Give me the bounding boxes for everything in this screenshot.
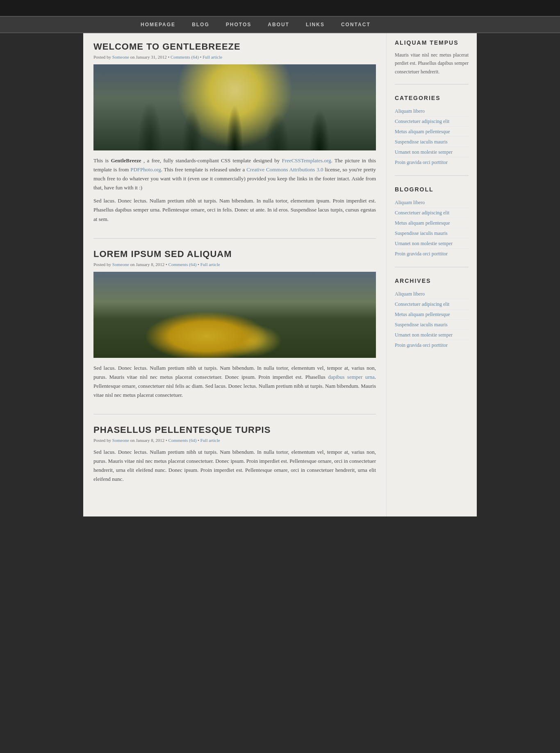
- list-item: Aliquam libero: [395, 106, 469, 116]
- freecss-link[interactable]: FreeCSSTemplates.org: [282, 157, 331, 164]
- list-item: Urnanet non molestie semper: [395, 330, 469, 340]
- sidebar-archives-item-1[interactable]: Consectetuer adipiscing elit: [395, 301, 449, 307]
- article-comments-link[interactable]: Comments (64): [171, 55, 199, 59]
- sidebar-blogroll-list: Aliquam liberoConsectetuer adipiscing el…: [395, 198, 469, 259]
- main-content: WELCOME TO GENTLEBREEZEPosted by Someone…: [83, 33, 387, 516]
- article-full-link[interactable]: Full article: [200, 438, 220, 443]
- list-item: Proin gravida orci porttitor: [395, 249, 469, 259]
- sidebar-archives-item-2[interactable]: Metus aliquam pellentesque: [395, 312, 450, 317]
- sidebar: ALIQUAM TEMPUSMauris vitae nisl nec metu…: [387, 33, 477, 516]
- nav-item-about[interactable]: ABOUT: [260, 17, 298, 32]
- list-item: Consectetuer adipiscing elit: [395, 299, 469, 309]
- dapibus-link[interactable]: dapibus semper urna: [328, 374, 375, 380]
- article-meta-2: Posted by Someone on January 8, 2012 • C…: [93, 438, 376, 443]
- sidebar-categories-item-5[interactable]: Proin gravida orci porttitor: [395, 159, 448, 165]
- article-author-link[interactable]: Someone: [112, 262, 129, 267]
- list-item: Metus aliquam pellentesque: [395, 127, 469, 137]
- article-full-link[interactable]: Full article: [203, 55, 222, 59]
- cc-link[interactable]: Creative Commons Attributions 3.0: [246, 166, 323, 173]
- sidebar-categories-item-4[interactable]: Urnanet non molestie semper: [395, 149, 453, 155]
- article-2: PHASELLUS PELLENTESQUE TURPISPosted by S…: [93, 425, 376, 498]
- article-author-link[interactable]: Someone: [112, 55, 129, 59]
- main-wrapper: WELCOME TO GENTLEBREEZEPosted by Someone…: [83, 33, 477, 516]
- sidebar-blogroll-title: BLOGROLL: [395, 186, 469, 193]
- article-title-1: LOREM IPSUM SED ALIQUAM: [93, 249, 376, 259]
- article-full-link[interactable]: Full article: [200, 262, 220, 267]
- list-item: Urnanet non molestie semper: [395, 147, 469, 157]
- list-item: Urnanet non molestie semper: [395, 239, 469, 249]
- article-title-2: PHASELLUS PELLENTESQUE TURPIS: [93, 425, 376, 435]
- article-meta-0: Posted by Someone on January 31, 2012 • …: [93, 55, 376, 59]
- article-meta-1: Posted by Someone on January 8, 2012 • C…: [93, 262, 376, 267]
- article-comments-link[interactable]: Comments (64): [168, 262, 197, 267]
- nav-item-links[interactable]: LINKS: [298, 17, 333, 32]
- sidebar-blogroll-item-0[interactable]: Aliquam libero: [395, 200, 425, 205]
- sidebar-categories-item-2[interactable]: Metus aliquam pellentesque: [395, 129, 450, 134]
- list-item: Aliquam libero: [395, 289, 469, 299]
- list-item: Suspendisse iaculis mauris: [395, 320, 469, 330]
- list-item: Metus aliquam pellentesque: [395, 218, 469, 228]
- sidebar-blogroll-item-3[interactable]: Suspendisse iaculis mauris: [395, 230, 448, 236]
- nav-item-contact[interactable]: CONTACT: [333, 17, 379, 32]
- sidebar-categories-item-0[interactable]: Aliquam libero: [395, 108, 425, 114]
- nav-item-homepage[interactable]: HOMEPAGE: [132, 17, 184, 32]
- article-1: LOREM IPSUM SED ALIQUAMPosted by Someone…: [93, 249, 376, 414]
- sidebar-archives: ARCHIVESAliquam liberoConsectetuer adipi…: [395, 278, 469, 358]
- article-image-0: [93, 64, 376, 150]
- sidebar-aliquam-tempus-title: ALIQUAM TEMPUS: [395, 39, 469, 46]
- sidebar-blogroll-item-1[interactable]: Consectetuer adipiscing elit: [395, 210, 449, 216]
- article-para-2-0: Sed lacus. Donec lectus. Nullam pretium …: [93, 448, 376, 484]
- list-item: Metus aliquam pellentesque: [395, 309, 469, 320]
- sidebar-categories-list: Aliquam liberoConsectetuer adipiscing el…: [395, 106, 469, 167]
- sidebar-blogroll-item-4[interactable]: Urnanet non molestie semper: [395, 241, 453, 246]
- article-para-0-0: This is GentleBreeze , a free, fully sta…: [93, 156, 376, 192]
- sidebar-archives-title: ARCHIVES: [395, 278, 469, 284]
- article-title-0: WELCOME TO GENTLEBREEZE: [93, 41, 376, 52]
- article-0: WELCOME TO GENTLEBREEZEPosted by Someone…: [93, 41, 376, 239]
- sidebar-categories-title: CATEGORIES: [395, 95, 469, 101]
- main-nav: HOMEPAGEBLOGPHOTOSABOUTLINKSCONTACT: [0, 16, 560, 33]
- list-item: Proin gravida orci porttitor: [395, 340, 469, 350]
- sidebar-blogroll: BLOGROLLAliquam liberoConsectetuer adipi…: [395, 186, 469, 267]
- list-item: Consectetuer adipiscing elit: [395, 116, 469, 127]
- nav-inner: HOMEPAGEBLOGPHOTOSABOUTLINKSCONTACT: [83, 17, 477, 32]
- sidebar-archives-item-4[interactable]: Urnanet non molestie semper: [395, 332, 453, 338]
- list-item: Suspendisse iaculis mauris: [395, 228, 469, 239]
- list-item: Consectetuer adipiscing elit: [395, 208, 469, 218]
- article-para-0-1: Sed lacus. Donec lectus. Nullam pretium …: [93, 196, 376, 223]
- sidebar-archives-item-3[interactable]: Suspendisse iaculis mauris: [395, 322, 448, 328]
- article-image-1: [93, 272, 376, 358]
- nav-item-blog[interactable]: BLOG: [184, 17, 218, 32]
- list-item: Proin gravida orci porttitor: [395, 157, 469, 167]
- article-comments-link[interactable]: Comments (64): [168, 438, 197, 443]
- sidebar-blogroll-item-5[interactable]: Proin gravida orci porttitor: [395, 251, 448, 257]
- nav-item-photos[interactable]: PHOTOS: [218, 17, 260, 32]
- sidebar-archives-item-5[interactable]: Proin gravida orci porttitor: [395, 342, 448, 348]
- pdfphoto-link[interactable]: PDFPhoto.org: [130, 166, 161, 173]
- sidebar-categories-item-1[interactable]: Consectetuer adipiscing elit: [395, 118, 449, 124]
- sidebar-aliquam-tempus-text: Mauris vitae nisl nec metus placerat per…: [395, 51, 469, 76]
- sidebar-categories-item-3[interactable]: Suspendisse iaculis mauris: [395, 139, 448, 145]
- list-item: Suspendisse iaculis mauris: [395, 137, 469, 147]
- article-para-1-0: Sed lacus. Donec lectus. Nullam pretium …: [93, 364, 376, 400]
- sidebar-aliquam-tempus: ALIQUAM TEMPUSMauris vitae nisl nec metu…: [395, 39, 469, 84]
- site-header: [0, 0, 560, 16]
- sidebar-blogroll-item-2[interactable]: Metus aliquam pellentesque: [395, 220, 450, 226]
- sidebar-archives-item-0[interactable]: Aliquam libero: [395, 291, 425, 297]
- sidebar-archives-list: Aliquam liberoConsectetuer adipiscing el…: [395, 289, 469, 350]
- article-author-link[interactable]: Someone: [112, 438, 129, 443]
- list-item: Aliquam libero: [395, 198, 469, 208]
- sidebar-categories: CATEGORIESAliquam liberoConsectetuer adi…: [395, 95, 469, 176]
